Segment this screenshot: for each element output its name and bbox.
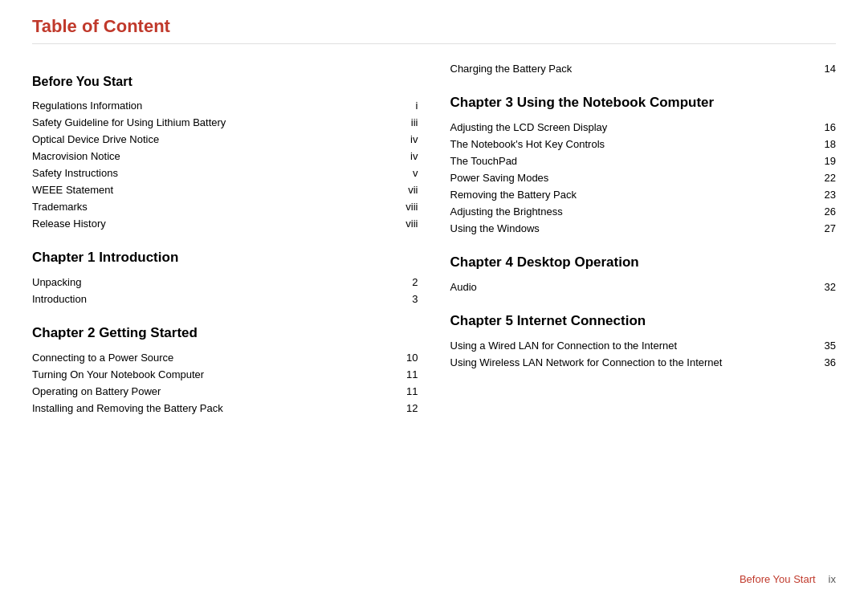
toc-item: Installing and Removing the Battery Pack… — [32, 400, 418, 417]
toc-item-title: Charging the Battery Pack — [450, 63, 813, 75]
chapter4-header: Chapter 4 Desktop Operation — [450, 254, 837, 271]
toc-item-title: Adjusting the LCD Screen Display — [450, 121, 813, 133]
toc-item-page: 3 — [394, 293, 418, 305]
toc-item: Turning On Your Notebook Computer11 — [32, 366, 418, 383]
toc-item: Removing the Battery Pack23 — [450, 186, 837, 203]
toc-item-page: 11 — [394, 368, 418, 380]
toc-item: Adjusting the Brightness26 — [450, 203, 837, 220]
toc-item: Unpacking2 — [32, 274, 418, 291]
toc-item-title: Using Wireless LAN Network for Connectio… — [450, 356, 813, 368]
before-you-start-items: Regulations InformationiSafety Guideline… — [32, 97, 418, 232]
toc-item-title: Audio — [450, 281, 813, 293]
footer-text: Before You Start — [740, 573, 816, 585]
toc-item-page: 11 — [394, 385, 418, 397]
before-you-start-header: Before You Start — [32, 75, 418, 89]
charging-items: Charging the Battery Pack14 — [450, 60, 837, 77]
chapter5-header: Chapter 5 Internet Connection — [450, 313, 837, 329]
toc-item-page: i — [394, 100, 418, 112]
toc-item: Adjusting the LCD Screen Display16 — [450, 119, 837, 136]
toc-item-title: Installing and Removing the Battery Pack — [32, 402, 394, 414]
toc-item-page: 22 — [812, 172, 836, 184]
toc-item: Regulations Informationi — [32, 97, 418, 114]
chapter1-header: Chapter 1 Introduction — [32, 250, 418, 266]
toc-item-title: Macrovision Notice — [32, 150, 394, 162]
toc-item-page: iii — [394, 116, 418, 128]
left-column: Before You Start Regulations Information… — [32, 60, 418, 417]
footer: Before You Start ix — [740, 573, 836, 585]
toc-item: Safety Instructionsv — [32, 165, 418, 181]
toc-item: Using Wireless LAN Network for Connectio… — [450, 354, 837, 371]
toc-item-page: 12 — [394, 402, 418, 414]
toc-item-title: Using the Windows — [450, 222, 813, 234]
toc-item-page: 19 — [812, 155, 836, 167]
toc-item-title: The TouchPad — [450, 155, 813, 167]
toc-item: Connecting to a Power Source10 — [32, 349, 418, 366]
toc-item-page: 35 — [812, 340, 836, 352]
toc-item-page: iv — [394, 150, 418, 162]
toc-item-page: 27 — [812, 222, 836, 234]
toc-item-page: 14 — [812, 63, 836, 75]
toc-item-title: Regulations Information — [32, 100, 394, 112]
toc-item-title: Safety Instructions — [32, 167, 394, 179]
toc-item-page: 36 — [812, 356, 836, 368]
chapter2-header: Chapter 2 Getting Started — [32, 325, 418, 341]
toc-item-title: Adjusting the Brightness — [450, 205, 813, 218]
toc-item-title: Power Saving Modes — [450, 172, 813, 184]
toc-item-title: WEEE Statement — [32, 184, 394, 196]
toc-content: Before You Start Regulations Information… — [32, 60, 836, 417]
toc-item-page: viii — [394, 218, 418, 230]
toc-item: WEEE Statementvii — [32, 181, 418, 198]
toc-item-title: Removing the Battery Pack — [450, 189, 813, 201]
toc-item: Charging the Battery Pack14 — [450, 60, 837, 77]
toc-item-title: Connecting to a Power Source — [32, 352, 394, 364]
toc-item-page: 16 — [812, 121, 836, 133]
toc-item-page: 10 — [394, 352, 418, 364]
toc-item: Introduction3 — [32, 291, 418, 307]
toc-item: Trademarksviii — [32, 198, 418, 215]
toc-item-title: Using a Wired LAN for Connection to the … — [450, 340, 813, 352]
toc-item-page: 23 — [812, 189, 836, 201]
toc-item-page: viii — [394, 201, 418, 213]
toc-item-page: 32 — [812, 281, 836, 293]
toc-item-page: 18 — [812, 138, 836, 150]
toc-item-title: Introduction — [32, 293, 394, 305]
toc-item: The TouchPad19 — [450, 153, 837, 169]
toc-item-page: vii — [394, 184, 418, 196]
toc-item-page: 2 — [394, 276, 418, 288]
toc-item-page: iv — [394, 133, 418, 145]
toc-item: Audio32 — [450, 279, 837, 295]
toc-item: Safety Guideline for Using Lithium Batte… — [32, 114, 418, 131]
toc-item: Optical Device Drive Noticeiv — [32, 131, 418, 148]
toc-item-title: Unpacking — [32, 276, 394, 288]
toc-item-title: Operating on Battery Power — [32, 385, 394, 397]
toc-item-title: The Notebook's Hot Key Controls — [450, 138, 813, 150]
chapter3-items: Adjusting the LCD Screen Display16The No… — [450, 119, 837, 237]
toc-item: Release Historyviii — [32, 215, 418, 232]
chapter5-items: Using a Wired LAN for Connection to the … — [450, 337, 837, 371]
toc-item: Power Saving Modes22 — [450, 169, 837, 186]
toc-item: Using the Windows27 — [450, 220, 837, 237]
toc-item: Operating on Battery Power11 — [32, 383, 418, 400]
toc-item: Using a Wired LAN for Connection to the … — [450, 337, 837, 354]
toc-item: The Notebook's Hot Key Controls18 — [450, 136, 837, 153]
toc-item-title: Release History — [32, 218, 394, 230]
chapter1-items: Unpacking2Introduction3 — [32, 274, 418, 307]
chapter2-items: Connecting to a Power Source10Turning On… — [32, 349, 418, 417]
toc-item-page: v — [394, 167, 418, 179]
toc-item: Macrovision Noticeiv — [32, 148, 418, 165]
toc-item-title: Safety Guideline for Using Lithium Batte… — [32, 116, 394, 128]
toc-item-title: Optical Device Drive Notice — [32, 133, 394, 145]
toc-item-title: Turning On Your Notebook Computer — [32, 368, 394, 380]
chapter3-header: Chapter 3 Using the Notebook Computer — [450, 95, 837, 111]
right-column: Charging the Battery Pack14 Chapter 3 Us… — [450, 60, 837, 417]
toc-item-page: 26 — [812, 205, 836, 218]
chapter4-items: Audio32 — [450, 279, 837, 295]
footer-page: ix — [829, 573, 836, 585]
toc-item-title: Trademarks — [32, 201, 394, 213]
page-title: Table of Content — [32, 16, 836, 44]
